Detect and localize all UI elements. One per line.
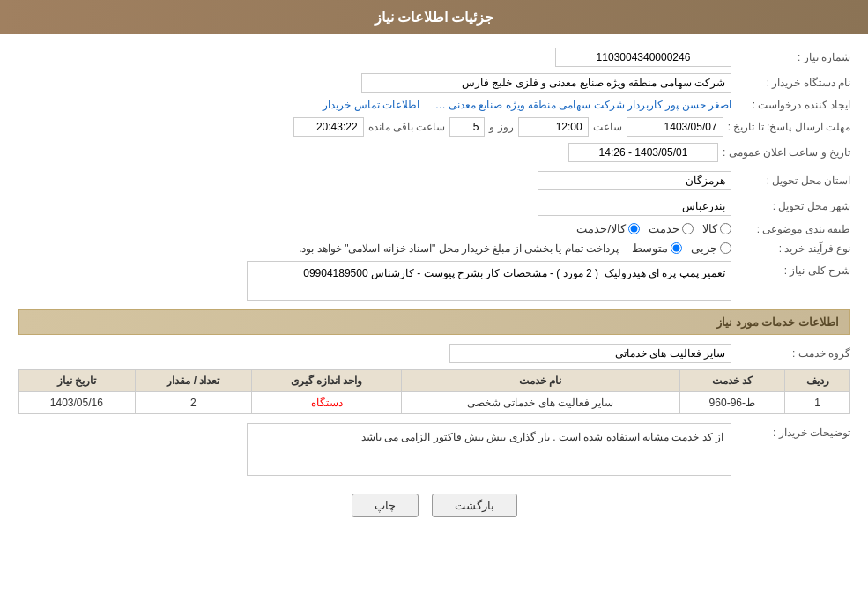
col-header-name: نام خدمت — [402, 370, 680, 392]
announce-row: تاریخ و ساعت اعلان عمومی : — [18, 143, 850, 162]
print-button[interactable]: چاپ — [352, 494, 419, 517]
city-row: شهر محل تحویل : — [18, 197, 850, 216]
announce-label: تاریخ و ساعت اعلان عمومی : — [723, 146, 850, 159]
category-khedmat-radio[interactable] — [682, 223, 694, 234]
col-header-row: ردیف — [785, 370, 850, 392]
buyer-input — [361, 73, 731, 93]
category-label: طبقه بندی موضوعی : — [736, 223, 850, 235]
need-number-label: شماره نیاز : — [736, 51, 850, 63]
city-label: شهر محل تحویل : — [736, 200, 850, 212]
purchase-motavasset-item: متوسط — [632, 241, 682, 255]
buyer-row: نام دستگاه خریدار : — [18, 73, 850, 93]
need-number-input[interactable] — [555, 48, 731, 67]
remaining-input — [293, 117, 364, 137]
page-header: جزئیات اطلاعات نیاز — [0, 0, 868, 34]
time-input — [518, 117, 589, 137]
description-label: شرح کلی نیاز : — [736, 261, 850, 277]
deadline-date-input — [627, 117, 723, 137]
announce-input — [568, 143, 718, 162]
deadline-label: مهلت ارسال پاسخ: تا تاریخ : — [728, 121, 850, 133]
deadline-row: مهلت ارسال پاسخ: تا تاریخ : ساعت روز و س… — [18, 117, 850, 137]
day-label: روز و — [489, 121, 513, 133]
page-title: جزئیات اطلاعات نیاز — [375, 10, 494, 25]
description-row: شرح کلی نیاز : تعمیر پمپ پره ای هیدرولیک… — [18, 261, 850, 301]
col-header-date: تاریخ نیاز — [19, 370, 136, 392]
buyer-label: نام دستگاه خریدار : — [736, 77, 850, 89]
service-group-input — [449, 344, 731, 363]
col-header-code: کد خدمت — [679, 370, 784, 392]
purchase-description: پرداخت تمام یا بخشی از مبلغ خریدار محل "… — [299, 242, 619, 255]
buyer-desc-label: توضیحات خریدار : — [736, 423, 850, 439]
need-number-row: شماره نیاز : — [18, 48, 850, 67]
purchase-jozi-radio[interactable] — [720, 242, 731, 254]
province-input — [538, 171, 731, 190]
col-header-qty: تعداد / مقدار — [135, 370, 252, 392]
remaining-label: ساعت باقی مانده — [368, 121, 446, 133]
category-kala-khedmat-item: کالا/خدمت — [576, 222, 640, 235]
cell-row-num: 1 — [785, 392, 850, 414]
purchase-motavasset-label: متوسط — [632, 241, 668, 255]
service-group-row: گروه خدمت : — [18, 344, 850, 363]
description-textarea[interactable]: تعمیر پمپ پره ای هیدرولیک ( 2 مورد ) - م… — [247, 261, 731, 301]
category-row: طبقه بندی موضوعی : کالا خدمت کالا/خدمت — [18, 222, 850, 235]
purchase-type-group: جزیی متوسط — [632, 241, 731, 255]
creator-row: ایجاد کننده درخواست : اصغر حسن پور کاربر… — [18, 99, 850, 111]
category-khedmat-item: خدمت — [649, 222, 694, 235]
category-kala-khedmat-radio[interactable] — [628, 223, 640, 234]
creator-label: ایجاد کننده درخواست : — [736, 99, 850, 111]
buyer-desc-box: از کد خدمت مشابه استفاده شده است . بار گ… — [247, 423, 731, 476]
cell-date: 1403/05/16 — [19, 392, 136, 414]
table-row: 1 ط-96-960 سایر فعالیت های خدماتی شخصی د… — [19, 392, 850, 414]
category-kala-radio[interactable] — [720, 223, 731, 234]
time-label: ساعت — [593, 121, 622, 133]
buyer-desc-text: از کد خدمت مشابه استفاده شده است . بار گ… — [361, 431, 723, 443]
purchase-jozi-label: جزیی — [691, 241, 717, 255]
purchase-label: نوع فرآیند خرید : — [736, 242, 850, 255]
province-label: استان محل تحویل : — [736, 175, 850, 187]
back-button[interactable]: بازگشت — [432, 494, 517, 517]
buyer-desc-row: توضیحات خریدار : از کد خدمت مشابه استفاد… — [18, 423, 850, 480]
cell-name: سایر فعالیت های خدماتی شخصی — [402, 392, 680, 414]
button-row: بازگشت چاپ — [18, 494, 850, 517]
creator-value: اصغر حسن پور کاربردار شرکت سهامی منطقه و… — [432, 99, 731, 111]
cell-unit: دستگاه — [252, 392, 402, 414]
category-khedmat-label: خدمت — [649, 222, 679, 235]
cell-qty: 2 — [135, 392, 252, 414]
category-radio-group: کالا خدمت کالا/خدمت — [576, 222, 731, 235]
col-header-unit: واحد اندازه گیری — [252, 370, 402, 392]
contact-link[interactable]: اطلاعات تماس خریدار — [323, 99, 427, 111]
purchase-jozi-item: جزیی — [691, 241, 731, 255]
service-table: ردیف کد خدمت نام خدمت واحد اندازه گیری ت… — [18, 369, 850, 414]
category-kala-khedmat-label: کالا/خدمت — [576, 222, 626, 235]
category-kala-item: کالا — [702, 222, 731, 235]
day-input — [449, 117, 485, 137]
service-group-label: گروه خدمت : — [736, 347, 850, 360]
city-input — [538, 197, 731, 216]
service-section-title: اطلاعات خدمات مورد نیاز — [18, 309, 850, 335]
cell-code: ط-96-960 — [679, 392, 784, 414]
province-row: استان محل تحویل : — [18, 171, 850, 190]
purchase-motavasset-radio[interactable] — [671, 242, 682, 254]
purchase-row: نوع فرآیند خرید : جزیی متوسط پرداخت تمام… — [18, 241, 850, 255]
category-kala-label: کالا — [702, 222, 717, 235]
